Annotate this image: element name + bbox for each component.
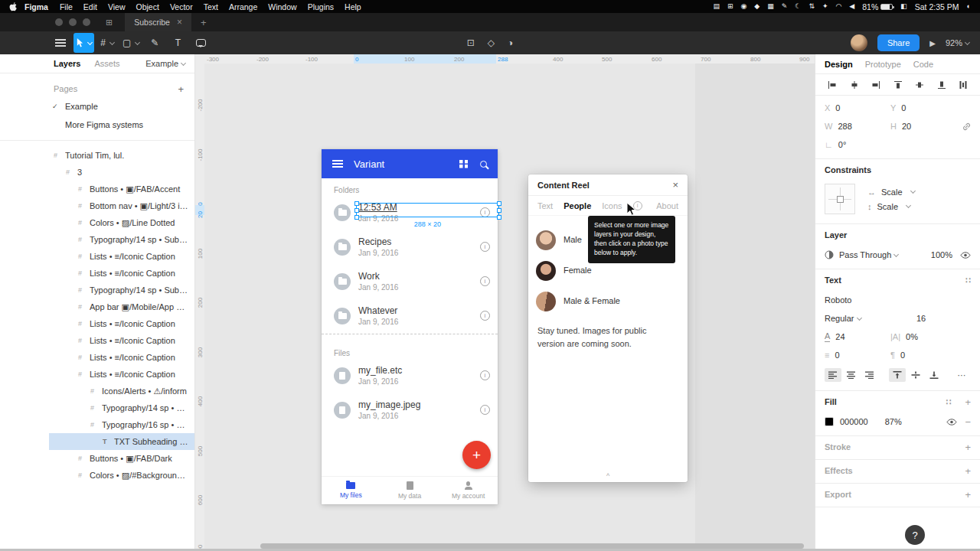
menu-edit[interactable]: Edit <box>83 2 97 11</box>
layer-row[interactable]: #Buttons • ▣/FAB/Dark <box>0 450 194 467</box>
zoom-window-button[interactable] <box>83 18 90 26</box>
tab-layers[interactable]: Layers <box>54 59 80 68</box>
file-tab[interactable]: Subscribe × <box>125 13 191 31</box>
add-fill-button[interactable]: + <box>965 396 971 408</box>
align-bottom-button[interactable] <box>933 78 950 92</box>
move-tool[interactable] <box>74 33 94 53</box>
new-tab-button[interactable]: + <box>201 17 207 28</box>
text-options-button[interactable]: ⋯ <box>953 368 970 382</box>
fill-styles-icon[interactable]: ∷ <box>946 397 951 407</box>
nav-my-account[interactable]: My account <box>439 477 498 504</box>
volume-icon[interactable]: ◀ <box>849 3 854 10</box>
text-align-right-button[interactable] <box>861 368 878 382</box>
vertical-align-middle-button[interactable] <box>907 368 924 382</box>
layer-row[interactable]: #Typography/14 sp • Subheading … <box>0 282 194 298</box>
fill-hex-field[interactable]: 000000 <box>840 417 868 426</box>
menu-icon[interactable] <box>332 160 343 168</box>
font-size-field[interactable]: 16 <box>916 314 926 323</box>
zoom-select[interactable]: 92% <box>946 38 969 47</box>
updown-icon[interactable]: ⇅ <box>808 3 815 10</box>
mask-icon[interactable]: ◑ <box>508 37 513 48</box>
grid-icon[interactable]: ⊞ <box>727 3 733 10</box>
layer-row[interactable]: #Lists • ≡/Iconic Caption <box>0 349 194 366</box>
vertical-align-top-button[interactable] <box>889 368 906 382</box>
distribute-button[interactable] <box>955 78 972 92</box>
nav-my-data[interactable]: My data <box>381 477 439 504</box>
fill-visibility-toggle[interactable] <box>946 419 957 425</box>
page-more-figma-systems[interactable]: More Figma systems <box>0 116 194 134</box>
layer-row[interactable]: #Buttons • ▣/FAB/Accent <box>0 181 194 197</box>
comment-tool[interactable] <box>191 33 211 53</box>
shield-icon[interactable]: ◆ <box>754 3 760 10</box>
info-icon[interactable]: i <box>480 207 490 217</box>
horizontal-scrollbar[interactable] <box>260 543 804 549</box>
add-export-button[interactable]: + <box>965 489 971 500</box>
add-effect-button[interactable]: + <box>965 465 971 477</box>
frame-tool[interactable]: # <box>97 33 117 53</box>
height-field[interactable]: H20 <box>890 122 956 131</box>
constraints-widget[interactable] <box>825 184 855 214</box>
fill-opacity-field[interactable]: 87% <box>885 417 902 426</box>
add-stroke-button[interactable]: + <box>965 442 971 453</box>
help-button[interactable]: ? <box>905 525 925 545</box>
edit-object-icon[interactable]: ⊡ <box>467 37 475 48</box>
create-component-icon[interactable]: ◇ <box>488 37 495 48</box>
width-field[interactable]: W288 <box>825 122 890 131</box>
paragraph-indent-field[interactable]: ¶0 <box>890 350 956 360</box>
add-page-button[interactable]: + <box>178 83 184 95</box>
page-example[interactable]: ✓Example <box>0 97 194 116</box>
vertical-constraint-select[interactable]: ↕ Scale <box>867 202 915 211</box>
text-align-left-button[interactable] <box>825 368 841 382</box>
display-icon[interactable]: ▦ <box>767 3 774 10</box>
tab-assets[interactable]: Assets <box>94 59 119 68</box>
share-button[interactable]: Share <box>877 34 920 51</box>
layer-row[interactable]: #Typography/14 sp • Body R… <box>0 399 194 416</box>
info-icon[interactable]: i <box>480 311 490 321</box>
layer-row[interactable]: #Lists • ≡/Iconic Caption <box>0 315 194 332</box>
horizontal-constraint-select[interactable]: ↔ Scale <box>867 187 915 197</box>
menu-arrange[interactable]: Arrange <box>229 2 257 11</box>
layer-row[interactable]: #Tutorial Tim, lul. <box>0 147 194 164</box>
align-right-button[interactable] <box>867 78 884 92</box>
menu-figma[interactable]: Figma <box>24 2 48 11</box>
fab-button[interactable]: + <box>462 441 491 469</box>
layer-row[interactable]: #3 <box>0 164 194 181</box>
remove-fill-button[interactable]: − <box>965 416 971 428</box>
list-item[interactable]: WhateverJan 9, 2016i <box>322 300 498 334</box>
content-reel-plugin[interactable]: Content Reel × TextPeopleIconsiAbout Mal… <box>528 174 688 482</box>
list-item[interactable]: WorkJan 9, 2016i <box>322 266 498 300</box>
close-window-button[interactable] <box>55 18 63 26</box>
minimize-window-button[interactable] <box>69 18 77 26</box>
menu-vector[interactable]: Vector <box>170 2 193 11</box>
main-menu-button[interactable] <box>51 33 70 53</box>
constrain-proportions-icon[interactable] <box>962 122 971 131</box>
layer-row[interactable]: #Typography/16 sp • Subhea… <box>0 416 194 433</box>
user-avatar[interactable] <box>851 34 867 51</box>
list-item[interactable]: my_image.jpegJan 9, 2016i <box>322 394 498 429</box>
layer-row[interactable]: #Colors • ▨/Line Dotted <box>0 214 194 231</box>
person-row-male-female[interactable]: Male & Female <box>528 286 688 317</box>
layer-row[interactable]: #Lists • ≡/Iconic Caption <box>0 265 194 282</box>
align-v-center-button[interactable] <box>911 78 928 92</box>
search-icon[interactable] <box>480 161 487 168</box>
menu-view[interactable]: View <box>108 2 126 11</box>
info-icon[interactable]: i <box>480 405 490 415</box>
tab-design[interactable]: Design <box>825 60 853 69</box>
fill-color-swatch[interactable] <box>825 417 834 426</box>
menu-text[interactable]: Text <box>204 2 218 11</box>
wifi-icon[interactable]: ◠ <box>835 3 841 10</box>
menu-help[interactable]: Help <box>345 2 361 11</box>
layer-row[interactable]: #Colors • ▨/#Background/Li… <box>0 467 194 484</box>
battery-indicator[interactable]: 81% <box>862 2 893 11</box>
menu-file[interactable]: File <box>60 2 73 11</box>
canvas[interactable]: -300-200-1000100200288400500600700800900… <box>195 54 815 551</box>
info-icon[interactable]: i <box>480 242 490 252</box>
text-tool[interactable]: T <box>168 33 188 53</box>
resize-chevron-icon[interactable]: ^ <box>606 472 609 480</box>
keyboard-icon[interactable]: ▤ <box>713 3 720 10</box>
record-icon[interactable]: ◉ <box>740 3 746 10</box>
layer-row[interactable]: #Lists • ≡/Iconic Caption <box>0 248 194 265</box>
blend-mode-select[interactable]: Pass Through <box>839 250 891 259</box>
align-top-button[interactable] <box>890 78 906 92</box>
menubar-clock[interactable]: Sat 2:35 PM <box>915 2 959 11</box>
